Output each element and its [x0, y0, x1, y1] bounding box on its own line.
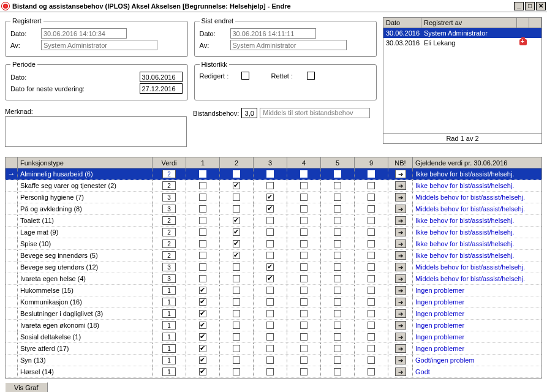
- grid-checkbox-4[interactable]: [300, 322, 307, 329]
- grid-checkbox-9[interactable]: [368, 170, 375, 178]
- grid-checkbox-4[interactable]: [300, 356, 307, 364]
- history-list[interactable]: Dato Registrert av 30.06.2016System Admi…: [383, 17, 542, 134]
- grid-status-link[interactable]: Ikke behov for bist/assist/helsehj.: [415, 252, 514, 259]
- grid-checkbox-5[interactable]: [334, 310, 341, 317]
- grid-checkbox-3[interactable]: [266, 170, 274, 178]
- grid-nb-button[interactable]: ➔: [395, 298, 406, 306]
- grid-checkbox-1[interactable]: [199, 322, 206, 329]
- grid-checkbox-1[interactable]: [199, 205, 206, 213]
- grid-checkbox-5[interactable]: [334, 182, 341, 189]
- grid-status-link[interactable]: Ingen problemer: [415, 287, 464, 294]
- grid-status-link[interactable]: Ingen problemer: [415, 322, 464, 329]
- grid-checkbox-9[interactable]: [368, 240, 375, 247]
- grid-value-box[interactable]: 3: [162, 205, 176, 213]
- grid-checkbox-2[interactable]: [233, 252, 240, 259]
- bistand-value-field[interactable]: [241, 108, 257, 118]
- grid-value-box[interactable]: 2: [162, 228, 176, 236]
- grid-checkbox-3[interactable]: [266, 263, 274, 271]
- grid-checkbox-9[interactable]: [368, 217, 375, 224]
- grid-checkbox-5[interactable]: [334, 345, 341, 352]
- grid-checkbox-5[interactable]: [334, 275, 341, 282]
- grid-checkbox-5[interactable]: [334, 298, 341, 306]
- grid-checkbox-1[interactable]: [199, 252, 206, 259]
- grid-status-link[interactable]: Middels behov for bist/assist/helsehj.: [415, 205, 525, 213]
- maximize-button[interactable]: □: [525, 2, 535, 10]
- grid-checkbox-3[interactable]: [266, 252, 274, 259]
- grid-checkbox-2[interactable]: [233, 275, 240, 282]
- grid-checkbox-5[interactable]: [334, 217, 341, 224]
- grid-checkbox-3[interactable]: [266, 322, 274, 329]
- redigert-checkbox[interactable]: [241, 72, 249, 80]
- grid-checkbox-9[interactable]: [368, 310, 375, 317]
- rettet-checkbox[interactable]: [307, 72, 315, 80]
- grid-row[interactable]: Ivareta egen helse (4)3➔Middels behov fo…: [6, 273, 541, 285]
- grid-checkbox-1[interactable]: [199, 182, 206, 189]
- grid-checkbox-3[interactable]: [266, 298, 274, 306]
- grid-value-box[interactable]: 2: [162, 216, 176, 225]
- registrert-av-field[interactable]: [41, 40, 157, 50]
- grid-status-link[interactable]: Ingen problemer: [415, 333, 464, 341]
- grid-status-link[interactable]: Middels behov for bist/assist/helsehj.: [415, 263, 525, 271]
- grid-checkbox-9[interactable]: [368, 182, 375, 189]
- grid-row[interactable]: Hukommelse (15)1➔Ingen problemer: [6, 285, 541, 296]
- grid-checkbox-4[interactable]: [300, 217, 307, 224]
- grid-checkbox-1[interactable]: [199, 298, 206, 306]
- grid-checkbox-2[interactable]: [233, 182, 240, 189]
- close-button[interactable]: ✕: [536, 2, 546, 10]
- grid-checkbox-5[interactable]: [334, 263, 341, 271]
- grid-checkbox-9[interactable]: [368, 333, 375, 341]
- grid-checkbox-2[interactable]: [233, 240, 240, 247]
- grid-checkbox-2[interactable]: [233, 228, 240, 236]
- grid-status-link[interactable]: Ikke behov for bist/assist/helsehj.: [415, 182, 514, 189]
- grid-checkbox-2[interactable]: [233, 194, 240, 201]
- grid-checkbox-9[interactable]: [368, 252, 375, 259]
- grid-checkbox-2[interactable]: [233, 345, 240, 352]
- grid-checkbox-1[interactable]: [199, 170, 206, 178]
- grid-checkbox-3[interactable]: [266, 228, 274, 236]
- grid-nb-button[interactable]: ➔: [395, 228, 406, 236]
- grid-status-link[interactable]: Ikke behov for bist/assist/helsehj.: [415, 240, 514, 247]
- grid-checkbox-3[interactable]: [266, 287, 274, 294]
- grid-value-box[interactable]: 1: [162, 309, 176, 318]
- grid-nb-button[interactable]: ➔: [395, 170, 406, 178]
- grid-nb-button[interactable]: ➔: [395, 321, 406, 330]
- grid-checkbox-3[interactable]: [266, 333, 274, 341]
- grid-checkbox-4[interactable]: [300, 310, 307, 317]
- grid-row[interactable]: Bevege seg utendørs (12)3➔Middels behov …: [6, 262, 541, 273]
- grid-row[interactable]: Toalett (11)2➔Ikke behov for bist/assist…: [6, 215, 541, 227]
- grid-value-box[interactable]: 1: [162, 286, 176, 295]
- sistendret-av-field[interactable]: [230, 40, 347, 50]
- grid-checkbox-1[interactable]: [199, 368, 206, 375]
- grid-checkbox-5[interactable]: [334, 252, 341, 259]
- grid-nb-button[interactable]: ➔: [395, 333, 406, 341]
- grid-checkbox-4[interactable]: [300, 205, 307, 213]
- grid-checkbox-2[interactable]: [233, 356, 240, 364]
- grid-status-link[interactable]: Middels behov for bist/assist/helsehj.: [415, 275, 525, 282]
- grid-value-box[interactable]: 3: [162, 193, 176, 202]
- grid-checkbox-9[interactable]: [368, 194, 375, 201]
- grid-nb-button[interactable]: ➔: [395, 368, 406, 376]
- grid-checkbox-1[interactable]: [199, 287, 206, 294]
- grid-value-box[interactable]: 1: [162, 321, 176, 330]
- grid-checkbox-5[interactable]: [334, 322, 341, 329]
- grid-nb-button[interactable]: ➔: [395, 193, 406, 202]
- grid-value-box[interactable]: 1: [162, 344, 176, 353]
- grid-status-link[interactable]: Ingen problemer: [415, 310, 464, 317]
- grid-checkbox-2[interactable]: [233, 205, 240, 213]
- function-grid[interactable]: Funksjonstype Verdi 1 2 3 4 5 9 NB! Gjel…: [5, 157, 542, 379]
- grid-row[interactable]: →Alminnelig husarbeid (6)2➔Ikke behov fo…: [6, 168, 541, 180]
- grid-checkbox-9[interactable]: [368, 287, 375, 294]
- grid-checkbox-2[interactable]: [233, 310, 240, 317]
- grid-value-box[interactable]: 2: [162, 170, 176, 178]
- grid-checkbox-2[interactable]: [233, 322, 240, 329]
- grid-checkbox-2[interactable]: [233, 368, 240, 375]
- grid-checkbox-4[interactable]: [300, 345, 307, 352]
- grid-checkbox-3[interactable]: [266, 345, 274, 352]
- grid-status-link[interactable]: Godt: [415, 368, 430, 375]
- grid-nb-button[interactable]: ➔: [395, 356, 406, 364]
- grid-value-box[interactable]: 1: [162, 333, 176, 341]
- grid-value-box[interactable]: 3: [162, 274, 176, 283]
- grid-checkbox-4[interactable]: [300, 194, 307, 201]
- grid-checkbox-3[interactable]: [266, 205, 274, 213]
- grid-checkbox-4[interactable]: [300, 298, 307, 306]
